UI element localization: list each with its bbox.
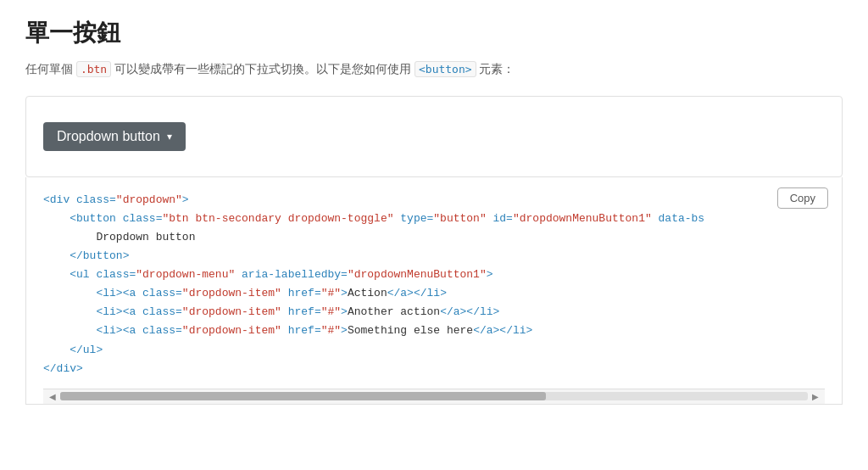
demo-box: Dropdown button ▾	[25, 96, 843, 177]
code-block: <div class="dropdown"> <button class="bt…	[43, 191, 825, 382]
desc-suffix: 元素：	[476, 62, 515, 76]
scroll-left-icon[interactable]: ◀	[47, 392, 58, 401]
desc-prefix: 任何單個	[25, 62, 76, 76]
page-title: 單一按鈕	[25, 17, 843, 49]
btn-code: .btn	[76, 61, 111, 77]
desc-middle: 可以變成帶有一些標記的下拉式切換。以下是您如何使用	[111, 62, 415, 76]
horizontal-scrollbar[interactable]: ◀ ▶	[43, 389, 825, 404]
dropdown-button-label: Dropdown button	[57, 129, 160, 144]
description: 任何單個 .btn 可以變成帶有一些標記的下拉式切換。以下是您如何使用 <but…	[25, 59, 843, 79]
scroll-track[interactable]	[60, 392, 808, 400]
copy-button[interactable]: Copy	[777, 187, 828, 209]
dropdown-button[interactable]: Dropdown button ▾	[43, 122, 186, 151]
code-box: Copy <div class="dropdown"> <button clas…	[25, 177, 843, 405]
scroll-thumb[interactable]	[60, 392, 546, 400]
dropdown-caret-icon: ▾	[167, 131, 172, 143]
element-code: <button>	[415, 61, 476, 77]
scroll-right-icon[interactable]: ▶	[810, 392, 821, 401]
